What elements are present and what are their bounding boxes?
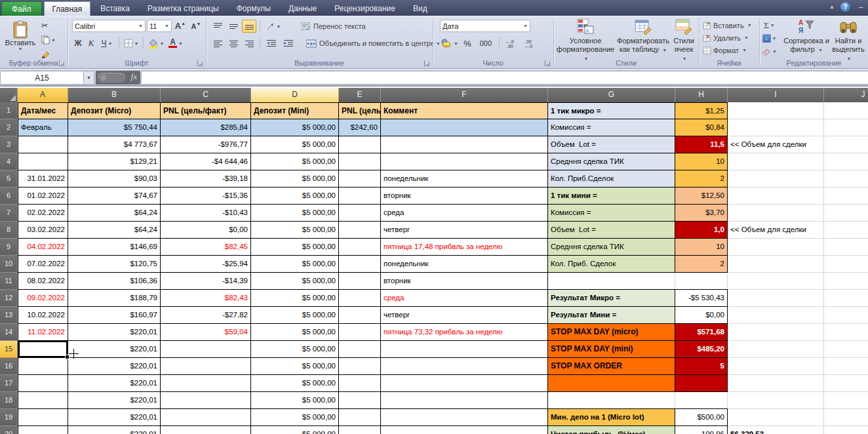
- cell-E11[interactable]: [339, 273, 381, 290]
- window-minimize-icon[interactable]: –: [856, 3, 865, 12]
- column-header-F[interactable]: F: [381, 88, 548, 102]
- cell-F18[interactable]: [381, 392, 548, 409]
- cell-I16[interactable]: [728, 358, 824, 375]
- cell-H13[interactable]: $0,00: [675, 307, 728, 324]
- cell-E6[interactable]: [339, 187, 381, 205]
- cell-D5[interactable]: $5 000,00: [251, 170, 339, 187]
- cell-B12[interactable]: $188,79: [68, 290, 161, 307]
- cell-G9[interactable]: Средння сделка ТИК: [548, 239, 675, 256]
- tab-formulas[interactable]: Формулы: [229, 1, 279, 16]
- cell-F6[interactable]: вторник: [381, 187, 548, 205]
- cell-G17[interactable]: [548, 375, 675, 392]
- cell-C1[interactable]: PNL (цель/факт): [161, 102, 251, 119]
- cell-A11[interactable]: 08.02.2022: [18, 273, 68, 290]
- bold-button[interactable]: Ж: [72, 37, 84, 50]
- wrap-text-button[interactable]: Перенос текста: [300, 20, 366, 33]
- cell-C6[interactable]: -$15,36: [161, 187, 251, 205]
- cell-F5[interactable]: понедельник: [381, 170, 548, 187]
- cell-D3[interactable]: $5 000,00: [251, 136, 339, 153]
- cell-H20[interactable]: 100,96: [675, 425, 728, 434]
- row-header-3[interactable]: 3: [0, 136, 18, 153]
- cell-E4[interactable]: [339, 153, 381, 170]
- conditional-formatting-button[interactable]: ≤ Условное форматирование ▼: [555, 18, 616, 63]
- cell-D17[interactable]: $5 000,00: [251, 375, 339, 392]
- grow-font-button[interactable]: A▲: [173, 20, 187, 32]
- cell-F9[interactable]: пятница 17,48 прибвль за неделю: [381, 239, 548, 256]
- cell-A9[interactable]: 04.02.2022: [18, 239, 68, 256]
- cell-B1[interactable]: Депозит (Micro): [68, 102, 161, 119]
- cell-A10[interactable]: 07.02.2022: [18, 256, 68, 273]
- tab-review[interactable]: Рецензирование: [326, 1, 403, 16]
- cell-F17[interactable]: [381, 375, 548, 392]
- cell-F7[interactable]: среда: [381, 205, 548, 222]
- row-header-19[interactable]: 19: [0, 409, 18, 426]
- cell-D20[interactable]: $5 000,00: [251, 426, 339, 434]
- number-dialog-launcher[interactable]: [545, 60, 551, 66]
- align-left-button[interactable]: [210, 37, 225, 50]
- cell-G2[interactable]: Комиссия =: [548, 119, 675, 136]
- cell-E16[interactable]: [339, 358, 381, 375]
- decrease-decimal-button[interactable]: ,00→,0: [521, 37, 538, 50]
- row-header-1[interactable]: 1: [0, 102, 18, 119]
- cell-G7[interactable]: Комиссия =: [548, 205, 675, 222]
- row-header-12[interactable]: 12: [0, 290, 18, 307]
- cell-J11[interactable]: [824, 273, 868, 290]
- cell-H19[interactable]: $500,00: [675, 408, 728, 426]
- cell-A3[interactable]: [18, 136, 68, 153]
- cell-C14[interactable]: $59,04: [161, 324, 251, 341]
- cell-F2[interactable]: [381, 119, 548, 136]
- cell-J18[interactable]: [824, 392, 868, 409]
- cell-D7[interactable]: $5 000,00: [251, 205, 339, 222]
- cell-B4[interactable]: $129,21: [68, 153, 161, 170]
- cell-I6[interactable]: [728, 187, 824, 205]
- cell-A13[interactable]: 10.02.2022: [18, 307, 68, 324]
- cell-D15[interactable]: $5 000,00: [251, 341, 339, 358]
- cell-F3[interactable]: [381, 136, 548, 153]
- cell-A7[interactable]: 02.02.2022: [18, 205, 68, 222]
- tab-file[interactable]: Файл: [1, 1, 42, 16]
- cell-E3[interactable]: [339, 136, 381, 153]
- sort-filter-button[interactable]: А Я Сортировка и фильтр ▼: [783, 18, 829, 54]
- cell-B10[interactable]: $120,75: [68, 256, 161, 273]
- cell-G11[interactable]: [548, 273, 675, 290]
- cell-I17[interactable]: [728, 375, 824, 392]
- cell-C18[interactable]: [161, 392, 251, 409]
- cell-F15[interactable]: [381, 341, 548, 358]
- cell-J6[interactable]: [824, 187, 868, 205]
- cell-G20[interactable]: Чистая прибыль (%/мес): [548, 425, 675, 434]
- cell-A14[interactable]: 11.02.2022: [18, 324, 68, 341]
- cell-H16[interactable]: 5: [675, 358, 728, 375]
- cell-A5[interactable]: 31.01.2022: [18, 170, 68, 187]
- row-header-17[interactable]: 17: [0, 375, 18, 392]
- clipboard-dialog-launcher[interactable]: [59, 60, 65, 66]
- row-header-8[interactable]: 8: [0, 222, 18, 239]
- cell-E18[interactable]: [339, 392, 381, 409]
- cell-B20[interactable]: $220,01: [68, 426, 161, 434]
- cell-B2[interactable]: $5 750,44: [68, 119, 161, 136]
- cell-D2[interactable]: $5 000,00: [251, 119, 339, 136]
- cell-C2[interactable]: $285,84: [161, 119, 251, 136]
- column-header-C[interactable]: C: [161, 88, 251, 102]
- cell-B7[interactable]: $64,24: [68, 205, 161, 222]
- cell-A4[interactable]: [18, 153, 68, 170]
- select-all-corner[interactable]: [0, 88, 18, 102]
- cell-B14[interactable]: $220,01: [68, 324, 161, 341]
- increase-indent-button[interactable]: [281, 37, 296, 50]
- column-header-B[interactable]: B: [68, 88, 161, 102]
- cell-J16[interactable]: [824, 358, 868, 375]
- cell-J14[interactable]: [824, 324, 868, 341]
- cell-G3[interactable]: Объем Lot =: [548, 136, 675, 153]
- cell-C16[interactable]: [161, 358, 251, 375]
- cell-B16[interactable]: $220,01: [68, 358, 161, 375]
- cell-J2[interactable]: [824, 119, 868, 136]
- cell-H3[interactable]: 11,5: [675, 136, 728, 153]
- cell-C8[interactable]: $0,00: [161, 222, 251, 239]
- column-header-D[interactable]: D: [251, 88, 339, 102]
- underline-button[interactable]: Ч▼: [98, 37, 115, 50]
- name-box[interactable]: A15: [0, 71, 84, 85]
- cell-A6[interactable]: 01.02.2022: [18, 187, 68, 205]
- cell-I11[interactable]: [728, 273, 824, 290]
- font-size-combo[interactable]: 11▼: [147, 20, 172, 32]
- cell-C10[interactable]: -$25,94: [161, 256, 251, 273]
- cell-D10[interactable]: $5 000,00: [251, 256, 339, 273]
